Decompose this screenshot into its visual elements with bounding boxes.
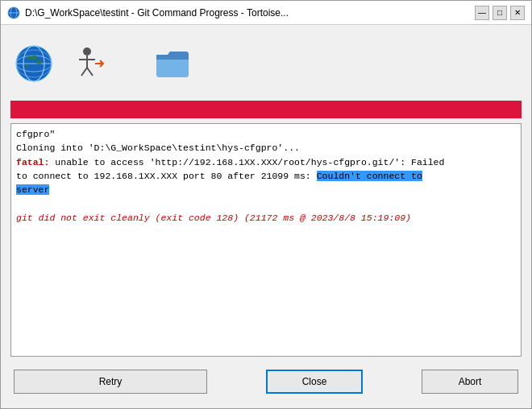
title-bar-left: D:\G_WorkSpace\testint - Git Command Pro… <box>7 6 289 19</box>
content-area: cfgpro" Cloning into 'D:\G_WorkSpace\tes… <box>1 25 531 408</box>
log-line-4: to connect to 192.168.1XX.XXX port 80 af… <box>16 169 516 183</box>
highlight-text: Couldn't connect to <box>317 171 422 181</box>
highlight-server: server <box>16 184 49 195</box>
globe-icon <box>14 43 54 84</box>
close-button-main[interactable]: Close <box>266 370 363 394</box>
log-line-1: cfgpro" <box>16 127 516 141</box>
abort-button[interactable]: Abort <box>422 370 518 394</box>
log-area[interactable]: cfgpro" Cloning into 'D:\G_WorkSpace\tes… <box>11 124 521 356</box>
main-window: D:\G_WorkSpace\testint - Git Command Pro… <box>0 0 532 409</box>
log-line-5: server <box>16 183 516 196</box>
progress-bar <box>10 101 522 118</box>
log-error-line: git did not exit cleanly (exit code 128)… <box>16 211 516 225</box>
minimize-button[interactable]: — <box>475 6 489 20</box>
retry-button[interactable]: Retry <box>14 370 207 394</box>
log-line-2: Cloning into 'D:\G_WorkSpace\testint\hys… <box>16 141 516 155</box>
log-line-6 <box>16 196 516 210</box>
icon-row <box>7 31 525 96</box>
app-icon <box>7 6 20 19</box>
svg-line-14 <box>87 68 93 76</box>
title-bar: D:\G_WorkSpace\testint - Git Command Pro… <box>1 1 531 25</box>
folder-icon <box>152 43 193 84</box>
fatal-text: unable to access 'http://192.168.1XX.XXX… <box>49 157 444 167</box>
button-row: Retry Close Abort <box>7 361 525 402</box>
fatal-label: fatal: <box>16 157 49 167</box>
person-arrow-icon <box>67 43 107 84</box>
log-line-3: fatal: unable to access 'http://192.168.… <box>16 155 516 169</box>
window-title: D:\G_WorkSpace\testint - Git Command Pro… <box>25 7 289 19</box>
svg-point-10 <box>83 48 91 56</box>
maximize-button[interactable]: □ <box>493 6 507 20</box>
title-bar-controls: — □ ✕ <box>475 6 525 20</box>
close-button[interactable]: ✕ <box>510 6 525 20</box>
log-area-wrapper: cfgpro" Cloning into 'D:\G_WorkSpace\tes… <box>10 123 522 357</box>
svg-line-13 <box>81 68 87 76</box>
